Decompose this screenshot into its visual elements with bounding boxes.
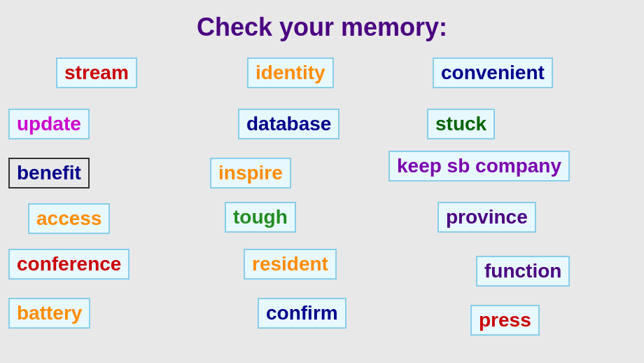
word-benefit[interactable]: benefit	[8, 158, 90, 189]
word-confirm[interactable]: confirm	[258, 298, 346, 329]
word-tough[interactable]: tough	[225, 202, 296, 233]
word-database[interactable]: database	[238, 109, 340, 139]
word-press[interactable]: press	[470, 305, 540, 336]
word-convenient[interactable]: convenient	[433, 57, 553, 88]
word-update[interactable]: update	[8, 109, 90, 139]
page-title: Check your memory:	[0, 0, 644, 49]
word-resident[interactable]: resident	[244, 249, 337, 280]
word-battery[interactable]: battery	[8, 298, 90, 329]
word-access[interactable]: access	[28, 203, 110, 234]
word-province[interactable]: province	[438, 202, 536, 233]
word-conference[interactable]: conference	[8, 249, 130, 280]
word-stream[interactable]: stream	[56, 57, 137, 88]
word-function[interactable]: function	[476, 256, 570, 287]
word-stuck[interactable]: stuck	[427, 109, 495, 139]
word-area: streamidentityconvenientupdatedatabasest…	[0, 49, 644, 357]
word-inspire[interactable]: inspire	[210, 158, 291, 189]
word-keep-sb-company[interactable]: keep sb company	[388, 151, 570, 182]
word-identity[interactable]: identity	[247, 57, 334, 88]
